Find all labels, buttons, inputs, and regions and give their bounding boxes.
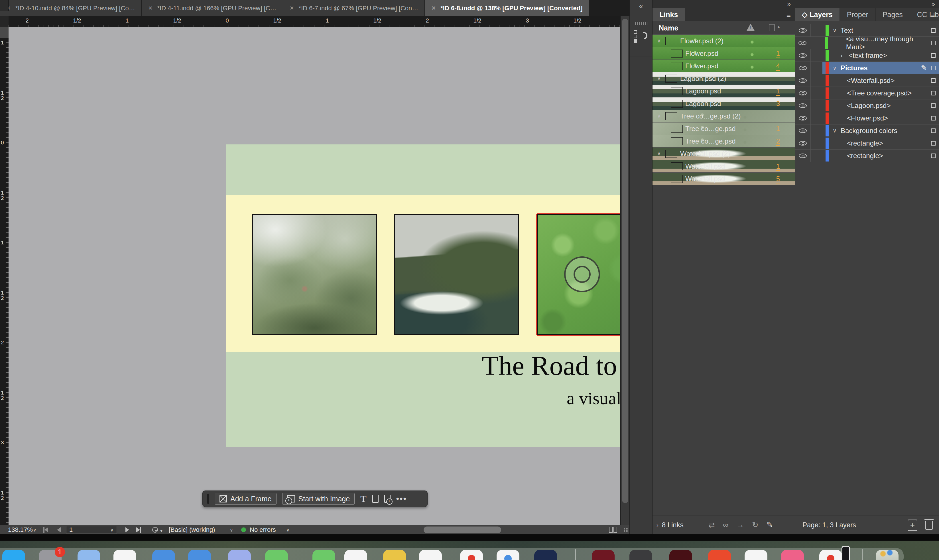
visibility-cell[interactable] — [795, 149, 811, 162]
page-column-icon[interactable] — [769, 24, 774, 31]
eye-icon[interactable] — [799, 128, 807, 133]
layer-name[interactable]: Background colors — [841, 127, 897, 135]
selection-target-icon[interactable] — [931, 91, 936, 95]
text-tool-icon[interactable]: T — [360, 494, 366, 504]
page-subtitle-text[interactable]: a visual — [567, 388, 620, 408]
link-filename[interactable]: Lagoon.psd — [685, 100, 721, 108]
dock-icon[interactable] — [312, 550, 335, 560]
close-icon[interactable]: ✕ — [148, 5, 153, 11]
visibility-cell[interactable] — [795, 112, 811, 124]
document-tab[interactable]: ✕ *ID 6-7.indd @ 67% [GPU Preview] [Con… — [283, 0, 425, 16]
dock-icon[interactable] — [496, 550, 520, 560]
layer-name[interactable]: <Waterfall.psd> — [847, 77, 894, 85]
zoom-level[interactable]: 138.17% — [8, 526, 33, 534]
collapse-panels-icon[interactable]: » — [787, 1, 791, 8]
layer-name[interactable]: <rectangle> — [847, 139, 883, 147]
chevron-icon[interactable]: ∨ — [833, 65, 841, 71]
layer-row[interactable]: <Waterfall.psd> — [795, 74, 939, 87]
chevron-right-icon[interactable]: › — [657, 522, 658, 528]
layer-row[interactable]: <a visu…rney through Maui> — [795, 37, 939, 49]
link-row[interactable]: ∨ Waterfall.psd (2) — [652, 148, 795, 160]
link-filename[interactable]: Waterfall.psd — [685, 175, 725, 183]
chevron-down-icon[interactable]: ∨ — [33, 527, 37, 532]
vertical-ruler[interactable]: 11 201 211 221 231 2 — [0, 27, 9, 525]
dock-icon[interactable]: 1 — [39, 550, 62, 560]
dock-icon[interactable] — [228, 550, 251, 560]
layer-name[interactable]: Text — [841, 26, 853, 34]
lock-cell[interactable] — [811, 149, 822, 162]
more-options-icon[interactable]: ••• — [396, 494, 407, 504]
visibility-cell[interactable] — [795, 24, 811, 37]
selection-target-icon[interactable] — [931, 154, 936, 158]
layer-name[interactable]: <rectangle> — [847, 152, 883, 160]
dock-icon[interactable] — [383, 550, 406, 560]
panel-tab[interactable]: ◇ Layers — [795, 8, 840, 21]
link-row[interactable]: ∨ Flower.psd (2) — [652, 35, 795, 47]
layer-row[interactable]: › <text frame> — [795, 49, 939, 62]
link-filename[interactable]: Lagoon.psd (2) — [680, 75, 726, 83]
horizontal-scrollbar-thumb[interactable] — [424, 526, 501, 533]
lock-cell[interactable] — [810, 37, 821, 49]
add-page-icon[interactable] — [384, 495, 390, 503]
lock-cell[interactable] — [811, 74, 822, 86]
chevron-icon[interactable]: ∨ — [833, 127, 841, 134]
link-row[interactable]: Waterfall.psd 5 — [652, 172, 795, 185]
layer-name[interactable]: Pictures — [841, 64, 868, 72]
link-icon[interactable]: ∞ — [723, 521, 728, 529]
link-filename[interactable]: Flower.psd (2) — [680, 37, 723, 45]
layer-row[interactable]: ∨ Pictures ✎ — [795, 62, 939, 74]
preflight-icon[interactable] — [152, 527, 158, 533]
goto-link-icon[interactable]: → — [736, 521, 744, 529]
link-filename[interactable]: Waterfall.psd — [685, 162, 725, 170]
link-row[interactable]: Lagoon.psd 3 — [652, 97, 795, 110]
dock-icon[interactable] — [460, 550, 483, 560]
sort-arrow-icon[interactable]: ▲ — [777, 25, 780, 29]
layer-name[interactable]: <Flower.psd> — [847, 114, 888, 122]
selection-target-icon[interactable] — [931, 116, 936, 120]
eye-icon[interactable] — [799, 141, 807, 146]
layer-row[interactable]: <Flower.psd> — [795, 112, 939, 125]
photo-tree-coverage[interactable] — [252, 214, 377, 335]
selection-target-icon[interactable] — [931, 128, 936, 133]
visibility-cell[interactable] — [795, 37, 810, 49]
layer-row[interactable]: <rectangle> — [795, 149, 939, 162]
name-column-header[interactable]: Name — [659, 24, 678, 32]
link-filename[interactable]: Lagoon.psd — [685, 87, 721, 95]
layer-name[interactable]: <Lagoon.psd> — [847, 102, 891, 110]
chevron-down-icon[interactable]: ∨ — [230, 527, 233, 532]
link-page-number[interactable]: 2 — [776, 137, 780, 146]
page-number-field[interactable]: 1 ∨ — [66, 526, 117, 534]
dock-icon[interactable] — [2, 550, 25, 560]
link-filename[interactable]: Waterfall.psd (2) — [680, 150, 730, 158]
layer-row[interactable]: <Lagoon.psd> — [795, 99, 939, 112]
visibility-cell[interactable] — [795, 137, 811, 149]
preflight-profile[interactable]: [Basic] (working) — [169, 526, 215, 534]
expand-panels-icon[interactable]: « — [630, 2, 652, 10]
dock-icon[interactable] — [77, 550, 100, 560]
visibility-cell[interactable] — [795, 62, 811, 74]
dock-icon[interactable] — [113, 550, 136, 560]
horizontal-ruler[interactable]: 21/211/201/211/221/231/2 — [9, 16, 620, 27]
dock-icon[interactable] — [575, 549, 576, 560]
chevron-down-icon[interactable]: ∨ — [657, 38, 661, 44]
delete-layer-icon[interactable] — [925, 521, 933, 530]
dock-icon[interactable] — [188, 550, 211, 560]
link-row[interactable]: Flower.psd 1 — [652, 47, 795, 60]
content-grabber-icon[interactable] — [564, 256, 600, 292]
link-row[interactable]: Tree co…ge.psd 1 — [652, 123, 795, 135]
link-page-number[interactable]: 1 — [776, 49, 780, 58]
selection-target-icon[interactable] — [931, 53, 936, 58]
lock-cell[interactable] — [811, 112, 822, 124]
layer-name[interactable]: <Tree coverage.psd> — [847, 89, 912, 97]
link-page-number[interactable]: 3 — [776, 100, 780, 108]
chevron-icon[interactable]: › — [841, 52, 849, 58]
warning-column-icon[interactable] — [746, 24, 755, 31]
eye-icon[interactable] — [799, 28, 807, 33]
link-page-number[interactable]: 1 — [776, 162, 780, 171]
add-frame-button[interactable]: Add a Frame — [215, 493, 276, 505]
document-tab[interactable]: ✕ *ID 6-8.indd @ 138% [GPU Preview] [Con… — [425, 0, 589, 16]
visibility-cell[interactable] — [795, 99, 811, 112]
dock-icon[interactable] — [781, 550, 804, 560]
eye-icon[interactable] — [799, 53, 807, 58]
chevron-icon[interactable]: ∨ — [833, 27, 841, 34]
